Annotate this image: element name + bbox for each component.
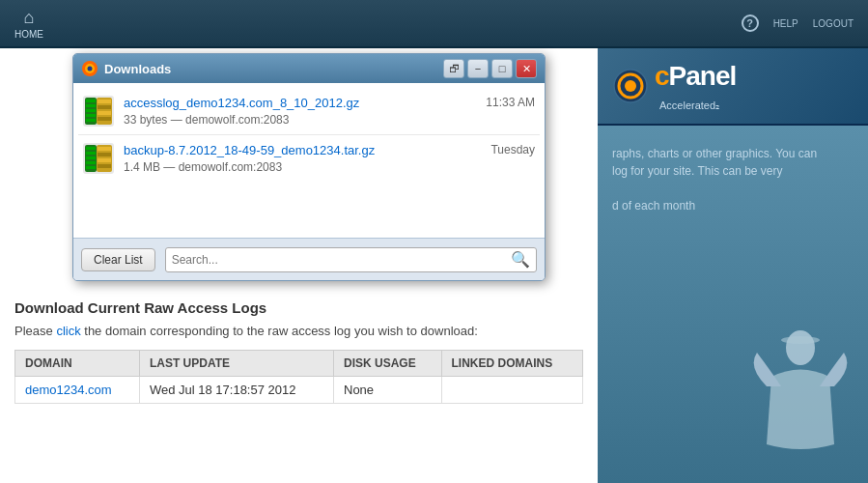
svg-point-4: [781, 336, 820, 344]
svg-rect-27: [86, 166, 96, 169]
dialog-title: Downloads: [104, 62, 443, 76]
right-background: raphs, charts or other graphics. You can…: [598, 126, 868, 483]
search-icon[interactable]: 🔍: [511, 250, 530, 269]
search-box-wrapper: 🔍: [165, 247, 537, 272]
svg-point-2: [625, 80, 636, 92]
bg-text-line1: raphs, charts or other graphics. You can: [612, 145, 854, 162]
svg-point-3: [786, 330, 815, 365]
minimize-button[interactable]: −: [467, 59, 489, 78]
maximize-button[interactable]: □: [491, 59, 513, 78]
svg-rect-19: [98, 117, 111, 121]
cpanel-brand-sub: Accelerated₂: [659, 99, 736, 112]
firefox-icon: [81, 60, 98, 77]
svg-rect-25: [86, 156, 96, 159]
item-2-time: Tuesday: [490, 143, 535, 156]
cpanel-brand-icon: [612, 68, 649, 104]
item-2-meta: 1.4 MB — demowolf.com:2083: [124, 160, 282, 174]
restore-button[interactable]: 🗗: [443, 59, 464, 78]
svg-rect-29: [98, 153, 111, 156]
winrar-icon-2: [83, 143, 114, 174]
svg-rect-23: [86, 147, 96, 150]
svg-rect-14: [86, 114, 96, 117]
cell-domain: demo1234.com: [15, 377, 140, 404]
item-1-details: accesslog_demo1234.com_8_10_2012.gz 33 b…: [124, 96, 476, 127]
nav-right-group: ? HELP LOGOUT: [742, 14, 854, 32]
home-nav-item[interactable]: ⌂ HOME: [14, 8, 43, 40]
svg-rect-24: [86, 152, 96, 155]
close-button[interactable]: ✕: [516, 59, 537, 78]
cpanel-brand-name: cPanel: [655, 61, 736, 92]
item-2-details: backup-8.7.2012_18-49-59_demo1234.tar.gz…: [124, 143, 481, 174]
download-item: accesslog_demo1234.com_8_10_2012.gz 33 b…: [78, 88, 540, 135]
svg-rect-28: [98, 147, 111, 151]
instruction-prefix: Please: [14, 324, 56, 338]
cell-linked-domains: [441, 377, 582, 404]
svg-rect-26: [86, 161, 96, 164]
svg-rect-16: [98, 99, 111, 103]
col-linked-domains: Linked Domains: [441, 351, 582, 377]
instruction-link[interactable]: click: [56, 324, 80, 338]
domain-link[interactable]: demo1234.com: [25, 383, 112, 397]
item-1-time: 11:33 AM: [486, 96, 535, 109]
bg-text-line3: d of each month: [612, 197, 854, 214]
clear-list-button[interactable]: Clear List: [81, 248, 155, 271]
svg-rect-12: [86, 104, 96, 107]
dialog-footer: Clear List 🔍: [73, 238, 545, 280]
help-icon: ?: [742, 14, 759, 32]
help-label[interactable]: HELP: [773, 18, 798, 29]
cell-disk-usage: None: [334, 377, 442, 404]
search-input[interactable]: [172, 253, 511, 267]
download-instruction: Please click the domain corresponding to…: [14, 324, 583, 338]
winrar-icon-1: [83, 96, 114, 127]
col-disk-usage: Disk Usage: [334, 351, 442, 377]
instruction-suffix: the domain corresponding to the raw acce…: [81, 324, 478, 338]
cpanel-logo: cPanel Accelerated₂: [598, 48, 868, 126]
bg-text-line2: log for your site. This can be very: [612, 162, 854, 180]
item-2-filename[interactable]: backup-8.7.2012_18-49-59_demo1234.tar.gz: [124, 143, 481, 157]
col-domain: Domain: [15, 351, 140, 377]
svg-rect-11: [86, 99, 96, 102]
dialog-body: accesslog_demo1234.com_8_10_2012.gz 33 b…: [73, 83, 545, 238]
dialog-titlebar[interactable]: Downloads 🗗 − □ ✕: [73, 54, 545, 83]
svg-rect-30: [98, 158, 111, 162]
bg-decorative-text: raphs, charts or other graphics. You can…: [612, 145, 854, 214]
svg-rect-15: [86, 119, 96, 122]
top-navigation: ⌂ HOME ? HELP LOGOUT: [0, 0, 868, 48]
downloads-table: Domain Last Update Disk Usage Linked Dom…: [14, 350, 583, 404]
svg-rect-13: [86, 109, 96, 112]
home-icon: ⌂: [24, 8, 35, 28]
svg-rect-17: [98, 105, 111, 109]
logout-label[interactable]: LOGOUT: [813, 18, 854, 29]
svg-point-7: [88, 67, 93, 71]
svg-rect-31: [98, 164, 111, 168]
svg-rect-18: [98, 111, 111, 115]
downloads-dialog: Downloads 🗗 − □ ✕: [72, 53, 546, 281]
download-section-title: Download Current Raw Access Logs: [14, 299, 583, 316]
deity-decoration: [742, 328, 858, 473]
home-label: HOME: [14, 29, 43, 40]
item-1-meta: 33 bytes — demowolf.com:2083: [124, 113, 289, 127]
dialog-window-controls: 🗗 − □ ✕: [443, 59, 537, 78]
table-row: demo1234.com Wed Jul 18 17:18:57 2012 No…: [15, 377, 583, 404]
cell-last-update: Wed Jul 18 17:18:57 2012: [139, 377, 333, 404]
col-last-update: Last Update: [139, 351, 333, 377]
table-header-row: Domain Last Update Disk Usage Linked Dom…: [15, 351, 583, 377]
item-1-filename[interactable]: accesslog_demo1234.com_8_10_2012.gz: [124, 96, 476, 110]
download-item: backup-8.7.2012_18-49-59_demo1234.tar.gz…: [78, 135, 540, 182]
